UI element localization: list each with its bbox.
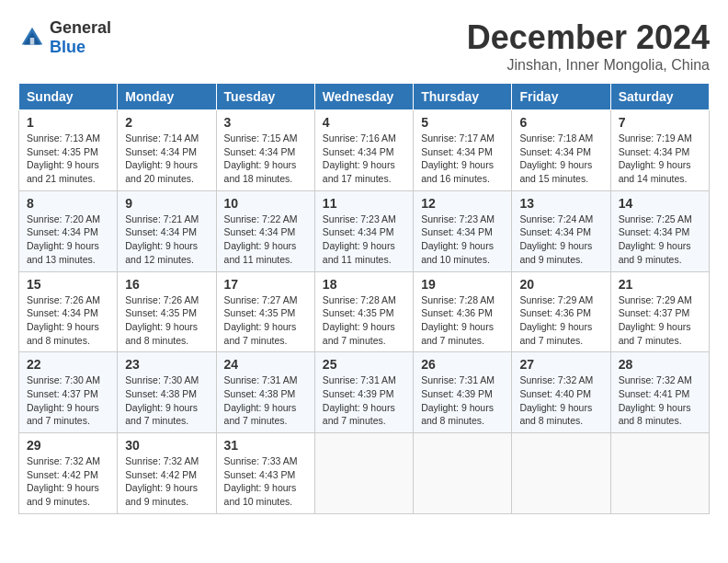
calendar-cell: 7Sunrise: 7:19 AMSunset: 4:34 PMDaylight… <box>610 110 709 191</box>
day-number: 23 <box>125 357 208 372</box>
day-number: 27 <box>519 357 602 372</box>
page-header: General Blue December 2024 Jinshan, Inne… <box>18 18 710 74</box>
calendar-cell <box>610 433 709 514</box>
day-number: 15 <box>27 277 109 292</box>
calendar-table: SundayMondayTuesdayWednesdayThursdayFrid… <box>18 83 710 514</box>
calendar-cell: 1Sunrise: 7:13 AMSunset: 4:35 PMDaylight… <box>19 110 118 191</box>
calendar-cell: 19Sunrise: 7:28 AMSunset: 4:36 PMDayligh… <box>414 271 512 352</box>
weekday-header: Saturday <box>610 84 709 110</box>
calendar-week: 29Sunrise: 7:32 AMSunset: 4:42 PMDayligh… <box>19 433 710 514</box>
day-number: 19 <box>421 277 504 292</box>
calendar-cell: 14Sunrise: 7:25 AMSunset: 4:34 PMDayligh… <box>610 190 709 271</box>
day-info: Sunrise: 7:32 AMSunset: 4:42 PMDaylight:… <box>125 454 208 509</box>
day-number: 7 <box>619 115 701 130</box>
svg-rect-2 <box>30 38 35 45</box>
location: Jinshan, Inner Mongolia, China <box>467 57 710 74</box>
day-number: 30 <box>125 438 208 453</box>
day-number: 11 <box>323 196 405 211</box>
day-info: Sunrise: 7:15 AMSunset: 4:34 PMDaylight:… <box>224 132 307 186</box>
day-number: 4 <box>323 115 405 130</box>
day-number: 5 <box>421 115 504 130</box>
day-number: 16 <box>125 277 208 292</box>
title-block: December 2024 Jinshan, Inner Mongolia, C… <box>467 18 710 74</box>
weekday-row: SundayMondayTuesdayWednesdayThursdayFrid… <box>19 84 710 110</box>
calendar-cell: 5Sunrise: 7:17 AMSunset: 4:34 PMDaylight… <box>414 110 512 191</box>
calendar-cell: 28Sunrise: 7:32 AMSunset: 4:41 PMDayligh… <box>610 352 709 433</box>
calendar-cell <box>414 433 512 514</box>
day-number: 29 <box>27 438 109 453</box>
calendar-cell: 29Sunrise: 7:32 AMSunset: 4:42 PMDayligh… <box>19 433 118 514</box>
day-info: Sunrise: 7:19 AMSunset: 4:34 PMDaylight:… <box>619 132 701 186</box>
calendar-cell: 8Sunrise: 7:20 AMSunset: 4:34 PMDaylight… <box>19 190 118 271</box>
day-info: Sunrise: 7:31 AMSunset: 4:39 PMDaylight:… <box>323 373 405 428</box>
calendar-cell: 11Sunrise: 7:23 AMSunset: 4:34 PMDayligh… <box>314 190 413 271</box>
calendar-cell: 2Sunrise: 7:14 AMSunset: 4:34 PMDaylight… <box>118 110 216 191</box>
calendar-week: 1Sunrise: 7:13 AMSunset: 4:35 PMDaylight… <box>19 110 710 191</box>
weekday-header: Sunday <box>19 84 118 110</box>
day-info: Sunrise: 7:14 AMSunset: 4:34 PMDaylight:… <box>125 132 208 186</box>
calendar-cell: 20Sunrise: 7:29 AMSunset: 4:36 PMDayligh… <box>512 271 610 352</box>
day-info: Sunrise: 7:27 AMSunset: 4:35 PMDaylight:… <box>224 293 307 348</box>
calendar-week: 15Sunrise: 7:26 AMSunset: 4:34 PMDayligh… <box>19 271 710 352</box>
calendar-cell: 4Sunrise: 7:16 AMSunset: 4:34 PMDaylight… <box>314 110 413 191</box>
day-number: 17 <box>224 277 307 292</box>
weekday-header: Wednesday <box>314 84 413 110</box>
day-number: 2 <box>125 115 208 130</box>
day-info: Sunrise: 7:22 AMSunset: 4:34 PMDaylight:… <box>224 213 307 267</box>
day-info: Sunrise: 7:32 AMSunset: 4:41 PMDaylight:… <box>619 373 701 428</box>
day-info: Sunrise: 7:30 AMSunset: 4:37 PMDaylight:… <box>27 373 109 428</box>
day-info: Sunrise: 7:31 AMSunset: 4:38 PMDaylight:… <box>224 373 307 428</box>
month-title: December 2024 <box>467 18 710 57</box>
weekday-header: Thursday <box>414 84 512 110</box>
day-info: Sunrise: 7:18 AMSunset: 4:34 PMDaylight:… <box>519 132 602 186</box>
day-info: Sunrise: 7:25 AMSunset: 4:34 PMDaylight:… <box>619 213 701 267</box>
day-number: 26 <box>421 357 504 372</box>
calendar-week: 8Sunrise: 7:20 AMSunset: 4:34 PMDaylight… <box>19 190 710 271</box>
calendar-header: SundayMondayTuesdayWednesdayThursdayFrid… <box>19 84 710 110</box>
weekday-header: Tuesday <box>216 84 314 110</box>
logo-blue: Blue <box>50 38 85 56</box>
calendar-cell: 23Sunrise: 7:30 AMSunset: 4:38 PMDayligh… <box>118 352 216 433</box>
calendar-cell: 6Sunrise: 7:18 AMSunset: 4:34 PMDaylight… <box>512 110 610 191</box>
calendar-cell: 24Sunrise: 7:31 AMSunset: 4:38 PMDayligh… <box>216 352 314 433</box>
day-number: 13 <box>519 196 602 211</box>
day-info: Sunrise: 7:21 AMSunset: 4:34 PMDaylight:… <box>125 213 208 267</box>
day-number: 10 <box>224 196 307 211</box>
logo: General Blue <box>18 18 111 57</box>
calendar-cell: 17Sunrise: 7:27 AMSunset: 4:35 PMDayligh… <box>216 271 314 352</box>
day-info: Sunrise: 7:26 AMSunset: 4:35 PMDaylight:… <box>125 293 208 348</box>
day-info: Sunrise: 7:24 AMSunset: 4:34 PMDaylight:… <box>519 213 602 267</box>
calendar-cell: 21Sunrise: 7:29 AMSunset: 4:37 PMDayligh… <box>610 271 709 352</box>
calendar-cell: 16Sunrise: 7:26 AMSunset: 4:35 PMDayligh… <box>118 271 216 352</box>
weekday-header: Monday <box>118 84 216 110</box>
day-info: Sunrise: 7:29 AMSunset: 4:37 PMDaylight:… <box>619 293 701 348</box>
calendar-cell: 31Sunrise: 7:33 AMSunset: 4:43 PMDayligh… <box>216 433 314 514</box>
day-number: 28 <box>619 357 701 372</box>
calendar-week: 22Sunrise: 7:30 AMSunset: 4:37 PMDayligh… <box>19 352 710 433</box>
calendar-cell: 12Sunrise: 7:23 AMSunset: 4:34 PMDayligh… <box>414 190 512 271</box>
day-info: Sunrise: 7:23 AMSunset: 4:34 PMDaylight:… <box>323 213 405 267</box>
day-number: 12 <box>421 196 504 211</box>
day-info: Sunrise: 7:23 AMSunset: 4:34 PMDaylight:… <box>421 213 504 267</box>
calendar-cell: 22Sunrise: 7:30 AMSunset: 4:37 PMDayligh… <box>19 352 118 433</box>
day-number: 9 <box>125 196 208 211</box>
day-info: Sunrise: 7:26 AMSunset: 4:34 PMDaylight:… <box>27 293 109 348</box>
calendar-cell: 15Sunrise: 7:26 AMSunset: 4:34 PMDayligh… <box>19 271 118 352</box>
calendar-body: 1Sunrise: 7:13 AMSunset: 4:35 PMDaylight… <box>19 110 710 514</box>
day-info: Sunrise: 7:33 AMSunset: 4:43 PMDaylight:… <box>224 454 307 509</box>
calendar-cell <box>512 433 610 514</box>
day-info: Sunrise: 7:31 AMSunset: 4:39 PMDaylight:… <box>421 373 504 428</box>
calendar-cell: 13Sunrise: 7:24 AMSunset: 4:34 PMDayligh… <box>512 190 610 271</box>
day-info: Sunrise: 7:28 AMSunset: 4:35 PMDaylight:… <box>323 293 405 348</box>
day-info: Sunrise: 7:28 AMSunset: 4:36 PMDaylight:… <box>421 293 504 348</box>
logo-icon <box>18 24 46 52</box>
weekday-header: Friday <box>512 84 610 110</box>
day-info: Sunrise: 7:30 AMSunset: 4:38 PMDaylight:… <box>125 373 208 428</box>
day-number: 21 <box>619 277 701 292</box>
calendar-cell <box>314 433 413 514</box>
calendar-cell: 10Sunrise: 7:22 AMSunset: 4:34 PMDayligh… <box>216 190 314 271</box>
day-number: 8 <box>27 196 109 211</box>
day-number: 22 <box>27 357 109 372</box>
day-info: Sunrise: 7:32 AMSunset: 4:42 PMDaylight:… <box>27 454 109 509</box>
day-number: 20 <box>519 277 602 292</box>
